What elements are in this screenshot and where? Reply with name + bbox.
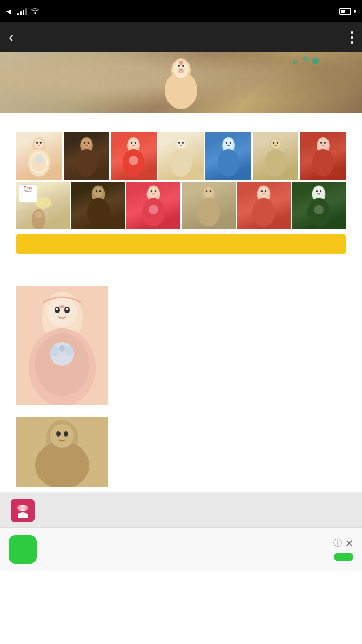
svg-point-29 bbox=[178, 142, 180, 144]
back-arrow: ◂ bbox=[6, 6, 11, 16]
hero-matryoshka-svg bbox=[159, 55, 203, 109]
image-row-1 bbox=[16, 132, 346, 180]
site-info-1 bbox=[117, 286, 346, 405]
svg-point-35 bbox=[229, 142, 231, 144]
grid-image-7[interactable] bbox=[300, 132, 346, 180]
more-button[interactable] bbox=[351, 31, 353, 44]
site-thumbnail-1[interactable] bbox=[16, 286, 108, 405]
svg-point-6 bbox=[182, 65, 184, 67]
grid-image-5[interactable] bbox=[205, 132, 251, 180]
svg-point-61 bbox=[197, 198, 220, 227]
svg-point-42 bbox=[312, 149, 334, 177]
svg-point-79 bbox=[47, 297, 77, 327]
status-bar: ◂ bbox=[0, 0, 362, 22]
svg-point-22 bbox=[129, 139, 138, 149]
svg-point-10 bbox=[35, 139, 44, 149]
mat-svg-12 bbox=[248, 184, 280, 226]
svg-point-93 bbox=[50, 424, 74, 448]
site-image-svg-1 bbox=[16, 286, 108, 405]
grid-image-11[interactable] bbox=[182, 182, 236, 229]
svg-point-37 bbox=[265, 149, 287, 177]
svg-point-19 bbox=[88, 142, 89, 144]
site-thumbnail-2[interactable] bbox=[16, 417, 108, 487]
svg-point-40 bbox=[277, 142, 278, 144]
site-item-2 bbox=[0, 411, 362, 493]
svg-point-5 bbox=[178, 65, 180, 67]
svg-point-66 bbox=[252, 198, 275, 227]
grid-image-1[interactable] bbox=[16, 132, 62, 180]
main-content: Toys World bbox=[0, 113, 362, 493]
ad-logo bbox=[9, 535, 37, 564]
hero-image bbox=[0, 52, 362, 113]
signal-bars bbox=[17, 8, 27, 15]
svg-point-87 bbox=[51, 346, 59, 357]
grid-image-2[interactable] bbox=[64, 132, 110, 180]
svg-point-32 bbox=[217, 149, 239, 177]
svg-point-82 bbox=[56, 308, 58, 310]
svg-point-27 bbox=[170, 149, 192, 177]
svg-point-73 bbox=[316, 190, 318, 192]
mat-svg-6 bbox=[262, 135, 290, 177]
mat-svg-2 bbox=[72, 135, 100, 177]
site-info-2 bbox=[117, 417, 346, 487]
mat-svg-3 bbox=[120, 135, 148, 177]
svg-point-68 bbox=[261, 190, 263, 192]
grid-image-3[interactable] bbox=[111, 132, 157, 180]
svg-point-95 bbox=[64, 431, 68, 437]
svg-point-74 bbox=[320, 190, 322, 192]
site-item-1 bbox=[0, 281, 362, 411]
svg-point-34 bbox=[226, 142, 227, 144]
grid-image-6[interactable] bbox=[253, 132, 299, 180]
ad-open-button[interactable] bbox=[334, 553, 353, 561]
svg-point-23 bbox=[131, 142, 132, 144]
svg-point-62 bbox=[204, 187, 213, 197]
ad-text-area bbox=[43, 549, 327, 550]
svg-point-38 bbox=[271, 139, 280, 149]
svg-point-12 bbox=[40, 142, 42, 144]
svg-point-30 bbox=[182, 142, 184, 144]
svg-point-84 bbox=[59, 305, 65, 308]
top-header: ‹ bbox=[0, 22, 362, 52]
svg-point-59 bbox=[149, 205, 158, 215]
more-dot-3 bbox=[351, 41, 353, 44]
show-more-button[interactable] bbox=[16, 234, 346, 254]
ad-banner: ⓘ ✕ bbox=[0, 527, 362, 571]
svg-point-97 bbox=[17, 505, 23, 511]
site-image-svg-2 bbox=[16, 417, 108, 487]
ad-close-button[interactable]: ✕ bbox=[345, 538, 353, 549]
vk-dating-icon bbox=[15, 502, 31, 519]
more-dot-1 bbox=[351, 31, 353, 34]
grid-image-12[interactable] bbox=[237, 182, 291, 229]
grid-image-4[interactable] bbox=[158, 132, 204, 180]
svg-point-25 bbox=[129, 156, 138, 165]
grid-image-8[interactable]: Toys World bbox=[16, 182, 70, 229]
svg-point-98 bbox=[23, 505, 28, 511]
svg-point-94 bbox=[56, 431, 61, 437]
svg-point-45 bbox=[324, 142, 325, 144]
more-dot-2 bbox=[351, 36, 353, 39]
grid-image-10[interactable] bbox=[126, 182, 180, 229]
grid-image-13[interactable] bbox=[292, 182, 346, 229]
mat-svg-13 bbox=[303, 184, 336, 226]
bottom-nav bbox=[0, 493, 362, 527]
grid-image-9[interactable] bbox=[71, 182, 125, 229]
svg-point-56 bbox=[149, 187, 158, 197]
svg-point-64 bbox=[210, 190, 212, 192]
mat-svg-10 bbox=[137, 184, 170, 226]
battery-icon bbox=[339, 8, 351, 15]
battery-tip bbox=[354, 10, 356, 13]
svg-point-50 bbox=[87, 198, 110, 227]
svg-point-67 bbox=[259, 187, 269, 197]
image-grid: Toys World bbox=[16, 132, 346, 229]
svg-point-11 bbox=[36, 142, 38, 144]
image-row-2: Toys World bbox=[16, 182, 346, 229]
svg-point-24 bbox=[135, 142, 136, 144]
status-right bbox=[337, 8, 356, 15]
svg-point-39 bbox=[273, 142, 274, 144]
svg-point-51 bbox=[93, 187, 103, 197]
svg-point-14 bbox=[36, 156, 43, 163]
mat-svg-9 bbox=[82, 184, 115, 226]
svg-point-16 bbox=[76, 149, 98, 177]
back-button[interactable]: ‹ bbox=[9, 30, 14, 45]
ad-info-icon[interactable]: ⓘ bbox=[333, 538, 342, 549]
